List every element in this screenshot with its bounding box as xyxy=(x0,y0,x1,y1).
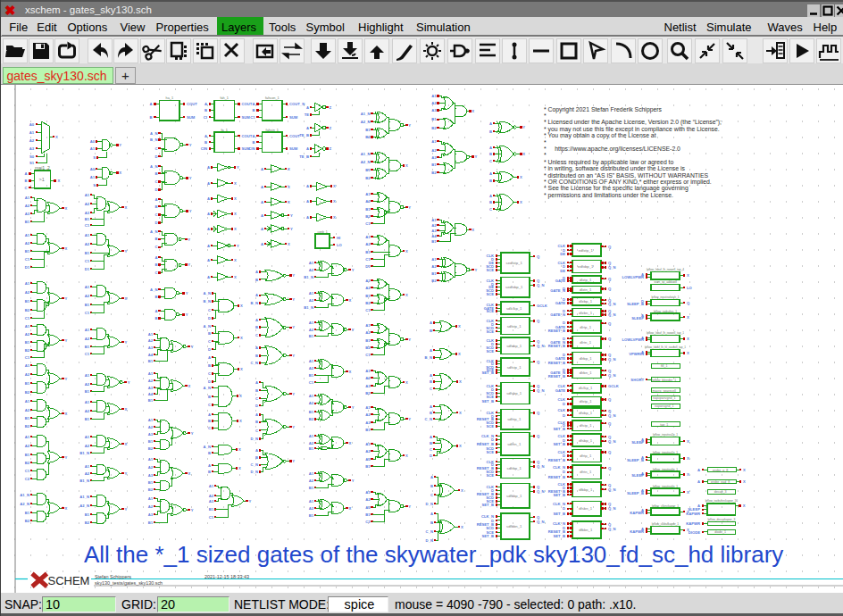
svg-text:A2: A2 xyxy=(148,465,154,470)
svg-text:dlxtn_1: dlxtn_1 xyxy=(580,287,592,292)
svg-text:X: X xyxy=(333,215,336,220)
svg-text:D: D xyxy=(154,221,157,225)
svg-text:A1: A1 xyxy=(148,418,154,422)
svg-text:A2: A2 xyxy=(85,202,90,206)
svg-text:A1: A1 xyxy=(29,130,35,135)
svg-text:X: X xyxy=(240,367,243,371)
svg-text:B_N: B_N xyxy=(251,301,258,305)
svg-text:edfxtp_1: edfxtp_1 xyxy=(579,248,594,253)
svg-text:A1: A1 xyxy=(85,233,90,237)
svg-text:Y: Y xyxy=(189,176,192,180)
svg-text:* https://www.apache.org/l: * https://www.apache.org/licenses/LICENS… xyxy=(544,146,680,153)
svg-text:A: A xyxy=(154,309,157,313)
svg-text:A1: A1 xyxy=(90,146,96,151)
svg-text:A: A xyxy=(252,134,255,138)
svg-text:A3: A3 xyxy=(365,457,371,462)
svg-text:A1: A1 xyxy=(85,193,90,197)
svg-text:COUT: COUT xyxy=(242,134,253,138)
svg-text:fa_1: fa_1 xyxy=(221,129,228,132)
svg-text:A1: A1 xyxy=(309,499,314,504)
svg-text:B2: B2 xyxy=(148,446,154,451)
svg-text:A1: A1 xyxy=(365,369,371,373)
svg-text:X: X xyxy=(743,479,746,484)
svg-text:KAPWR: KAPWR xyxy=(686,512,700,516)
svg-text:Y: Y xyxy=(65,338,68,343)
svg-text:B1: B1 xyxy=(365,250,371,254)
svg-text:A: A xyxy=(489,146,492,150)
svg-text:A2: A2 xyxy=(309,298,314,303)
svg-text:C1: C1 xyxy=(85,352,90,356)
svg-text:X: X xyxy=(238,447,241,452)
svg-text:A2: A2 xyxy=(309,401,314,405)
svg-text:A: A xyxy=(697,468,700,472)
svg-text:X: X xyxy=(687,456,689,461)
svg-text:X: X xyxy=(234,212,237,216)
svg-text:D: D xyxy=(563,413,565,418)
svg-text:A: A xyxy=(255,412,258,417)
svg-text:A4: A4 xyxy=(431,234,437,238)
svg-text:C1: C1 xyxy=(309,380,314,385)
svg-text:B: B xyxy=(489,129,492,134)
svg-text:Y: Y xyxy=(352,268,355,272)
svg-text:X: X xyxy=(288,200,290,204)
svg-text:X: X xyxy=(522,152,525,156)
svg-text:SET_B: SET_B xyxy=(482,399,495,404)
svg-text:B1: B1 xyxy=(365,168,371,172)
svg-text:TE_B: TE_B xyxy=(299,133,309,137)
svg-text:A: A xyxy=(306,199,309,204)
svg-text:*: * xyxy=(544,152,547,158)
svg-text:Y: Y xyxy=(125,249,128,254)
svg-text:SCE: SCE xyxy=(486,424,494,429)
svg-text:A: A xyxy=(208,463,211,468)
svg-text:*: * xyxy=(544,139,547,146)
svg-text:B: B xyxy=(430,441,432,445)
svg-text:sdfbbp_1: sdfbbp_1 xyxy=(506,494,522,498)
svg-text:SET_B: SET_B xyxy=(482,370,495,375)
svg-text:B: B xyxy=(430,520,433,525)
svg-text:B: B xyxy=(255,455,258,460)
svg-text:A1: A1 xyxy=(309,320,314,325)
svg-text:A: A xyxy=(430,512,433,516)
svg-text:B1: B1 xyxy=(309,513,314,518)
svg-text:A_N: A_N xyxy=(150,287,157,292)
svg-text:X: X xyxy=(288,167,290,171)
svg-text:sdfrtp_1: sdfrtp_1 xyxy=(507,417,522,421)
svg-text:A1: A1 xyxy=(209,484,214,488)
svg-text:CLK_N: CLK_N xyxy=(553,502,565,506)
svg-text:B1: B1 xyxy=(365,512,371,517)
svg-text:X: X xyxy=(125,407,128,412)
svg-text:Y: Y xyxy=(352,405,355,410)
svg-text:A1: A1 xyxy=(148,457,154,462)
svg-text:2021-12-15 18:33:43: 2021-12-15 18:33:43 xyxy=(204,574,249,579)
svg-text:Y: Y xyxy=(188,237,190,242)
svg-text:SUM: SUM xyxy=(187,115,196,120)
svg-text:decap_3: decap_3 xyxy=(714,490,727,494)
svg-text:SET_B: SET_B xyxy=(482,534,495,538)
svg-text:Y: Y xyxy=(292,297,295,302)
svg-text:X: X xyxy=(234,258,237,262)
svg-text:SCE: SCE xyxy=(486,349,494,354)
svg-text:C: C xyxy=(430,493,433,497)
svg-text:dlrtp_1: dlrtp_1 xyxy=(580,325,591,329)
svg-text:A2: A2 xyxy=(25,204,30,208)
svg-text:lpflow_bleeder_1: lpflow_bleeder_1 xyxy=(652,379,676,382)
svg-text:Y: Y xyxy=(352,479,355,483)
svg-text:X: X xyxy=(188,471,191,476)
svg-text:A2_N: A2_N xyxy=(361,120,371,124)
svg-text:S1: S1 xyxy=(29,161,35,165)
svg-text:A1: A1 xyxy=(25,399,30,404)
svg-text:A_N: A_N xyxy=(204,291,211,296)
svg-text:A1: A1 xyxy=(309,434,314,438)
svg-text:B1: B1 xyxy=(85,512,90,517)
svg-text:A2: A2 xyxy=(209,494,214,498)
svg-text:C: C xyxy=(208,339,211,344)
svg-text:X: X xyxy=(234,227,237,231)
svg-text:C1: C1 xyxy=(25,257,30,262)
svg-text:D: D xyxy=(430,454,432,458)
svg-text:tap_1: tap_1 xyxy=(660,423,668,427)
svg-text:A1: A1 xyxy=(90,175,96,179)
svg-text:X: X xyxy=(743,504,746,508)
svg-text:ha_1: ha_1 xyxy=(166,96,173,100)
svg-text:C: C xyxy=(255,396,258,401)
svg-text:D: D xyxy=(563,402,565,406)
